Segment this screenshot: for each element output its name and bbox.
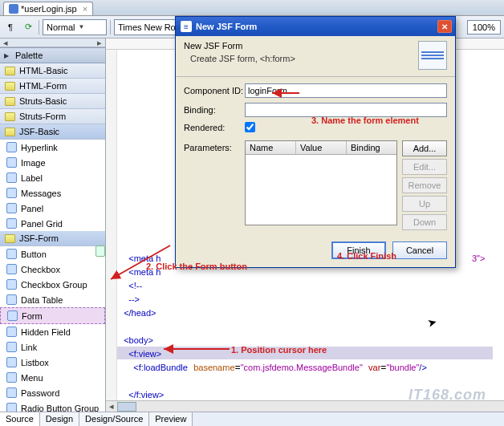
password-icon: [6, 387, 17, 398]
form-icon: [7, 310, 18, 321]
up-button[interactable]: Up: [402, 196, 447, 212]
palette-item-data-table[interactable]: Data Table: [0, 292, 105, 307]
form-preview-icon: [418, 41, 447, 70]
listbox-icon: [6, 357, 17, 367]
chevron-right-icon: ▶: [4, 52, 9, 59]
drawer-struts-basic[interactable]: Struts-Basic: [0, 94, 105, 109]
drawer-html-form[interactable]: HTML-Form: [0, 79, 105, 94]
hidden-field-icon: [6, 327, 17, 337]
horizontal-scrollbar[interactable]: ◂: [106, 400, 504, 412]
link-icon: [6, 342, 17, 352]
component-id-label: Component ID:: [184, 86, 245, 95]
zoom-combo[interactable]: 100%: [467, 20, 501, 34]
palette-item-messages[interactable]: Messages: [0, 185, 105, 201]
palette-item-menu[interactable]: Menu: [0, 370, 105, 385]
font-combo-value: Times New Rom: [118, 22, 183, 32]
binding-label: Binding:: [184, 105, 245, 115]
component-id-input[interactable]: [245, 83, 447, 98]
tab-design[interactable]: Design: [40, 412, 79, 426]
remove-button[interactable]: Remove: [402, 177, 447, 193]
col-binding: Binding: [347, 141, 396, 154]
finish-button[interactable]: Finish: [331, 241, 386, 259]
cancel-button[interactable]: Cancel: [392, 241, 447, 259]
jsp-icon: [9, 4, 18, 14]
palette-header[interactable]: ▶ Palette: [0, 47, 105, 63]
folder-icon: [5, 234, 15, 243]
zoom-value: 100%: [473, 22, 495, 32]
image-icon: [6, 157, 17, 168]
file-tab[interactable]: *userLogin.jsp ×: [3, 2, 93, 15]
palette-collapse-handle[interactable]: [96, 245, 105, 257]
palette-item-panel-grid[interactable]: Panel Grid: [0, 216, 105, 231]
down-button[interactable]: Down: [402, 214, 447, 230]
dialog-heading: New JSF Form: [184, 41, 412, 51]
palette-sidebar: ◂▸ ▶ Palette HTML-Basic HTML-Form Struts…: [0, 39, 106, 412]
palette-item-image[interactable]: Image: [0, 155, 105, 170]
folder-icon: [5, 112, 15, 121]
data-table-icon: [6, 294, 17, 305]
folder-icon: [5, 97, 15, 106]
drawer-struts-form[interactable]: Struts-Form: [0, 109, 105, 124]
tab-design-source[interactable]: Design/Source: [79, 412, 149, 426]
hyperlink-icon: [6, 142, 17, 152]
folder-icon: [5, 128, 15, 136]
editor-mode-tabs: Source Design Design/Source Preview: [0, 412, 504, 426]
palette-item-panel[interactable]: Panel: [0, 201, 105, 216]
palette-item-link[interactable]: Link: [0, 339, 105, 355]
style-combo[interactable]: Normal ▼: [43, 19, 107, 35]
add-button[interactable]: Add...: [402, 140, 447, 156]
close-tab-icon[interactable]: ×: [83, 4, 87, 14]
close-button[interactable]: ✕: [437, 20, 452, 33]
dialog-subheading: Create JSF form, <h:form>: [190, 54, 412, 63]
palette-item-hyperlink[interactable]: Hyperlink: [0, 140, 105, 155]
palette-item-hidden-field[interactable]: Hidden Field: [0, 324, 105, 339]
drawer-html-basic[interactable]: HTML-Basic: [0, 63, 105, 79]
rendered-label: Rendered:: [184, 123, 245, 132]
checkbox-group-icon: [6, 279, 17, 290]
refresh-button[interactable]: ⟳: [21, 20, 35, 34]
panel-grid-icon: [6, 218, 17, 229]
palette-item-password[interactable]: Password: [0, 385, 105, 400]
checkbox-icon: [6, 264, 17, 274]
palette-item-button[interactable]: Button: [0, 246, 105, 262]
messages-icon: [6, 188, 17, 198]
editor-tabs: *userLogin.jsp ×: [0, 0, 504, 16]
palette-title: Palette: [15, 51, 43, 60]
dialog-title: New JSF Form: [196, 22, 257, 31]
file-tab-label: *userLogin.jsp: [21, 4, 77, 14]
chevron-down-icon: ▼: [78, 23, 84, 30]
dialog-icon: ≡: [181, 21, 192, 32]
drawer-jsf-basic[interactable]: JSF-Basic: [0, 124, 105, 140]
palette-item-radio-button-group[interactable]: Radio Button Group: [0, 400, 105, 412]
palette-item-checkbox[interactable]: Checkbox: [0, 262, 105, 277]
folder-icon: [5, 82, 15, 91]
radio-group-icon: [6, 403, 17, 412]
style-combo-value: Normal: [47, 22, 75, 32]
button-icon: [6, 249, 17, 259]
drawer-jsf-form[interactable]: JSF-Form: [0, 231, 105, 246]
palette-item-listbox[interactable]: Listbox: [0, 355, 105, 370]
dialog-titlebar[interactable]: ≡ New JSF Form ✕: [176, 17, 455, 36]
new-jsf-form-dialog: ≡ New JSF Form ✕ New JSF Form Create JSF…: [175, 16, 456, 268]
parameters-table[interactable]: Name Value Binding: [245, 140, 397, 225]
panel-icon: [6, 203, 17, 213]
pilcrow-button[interactable]: ¶: [3, 20, 18, 34]
menu-icon: [6, 372, 17, 383]
scroll-thumb[interactable]: [117, 402, 136, 412]
gutter: [106, 50, 117, 400]
edit-button[interactable]: Edit...: [402, 159, 447, 175]
binding-input[interactable]: [245, 103, 447, 117]
folder-icon: [5, 67, 15, 75]
tab-source[interactable]: Source: [0, 412, 40, 426]
palette-item-checkbox-group[interactable]: Checkbox Group: [0, 277, 105, 292]
col-name: Name: [246, 141, 296, 154]
palette-scroll[interactable]: ◂▸: [0, 39, 105, 47]
palette-item-form[interactable]: Form: [0, 307, 105, 324]
palette-item-label[interactable]: Label: [0, 170, 105, 185]
parameters-label: Parameters:: [184, 140, 245, 152]
rendered-checkbox[interactable]: [245, 122, 255, 132]
parameters-header: Name Value Binding: [246, 141, 396, 155]
tab-preview[interactable]: Preview: [149, 412, 193, 426]
label-icon: [6, 172, 17, 183]
col-value: Value: [296, 141, 347, 154]
